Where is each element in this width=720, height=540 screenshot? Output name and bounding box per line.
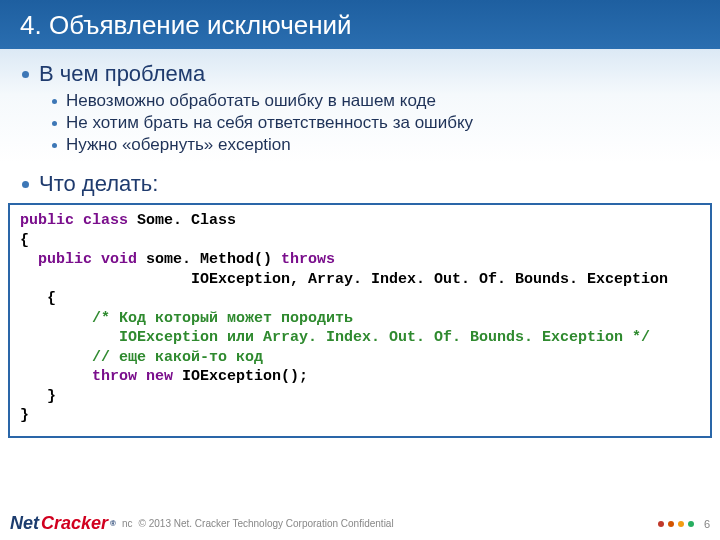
heading-solution-text: Что делать: [39,171,158,197]
footer: NetCracker® nc © 2013 Net. Cracker Techn… [10,513,710,534]
code-comment: породить [272,310,353,327]
code-text: IOException(); [173,368,308,385]
code-text: Some. Class [128,212,236,229]
point-3: Нужно «обернуть» exception [52,135,698,155]
heading-solution: Что делать: [22,171,698,197]
logo-net: Net [10,513,39,534]
dot-icon [658,521,664,527]
logo-reg: ® [110,519,116,528]
code-block: public class Some. Class { public void s… [8,203,712,438]
code-kw: throw new [20,368,173,385]
section-solution: Что делать: [0,163,720,203]
code-comment: // еще какой-то код [20,349,263,366]
code-text: } [20,407,29,424]
copyright-prefix: nc [122,518,133,529]
code-comment: /* Код который [20,310,227,327]
bullet-icon [22,71,29,78]
section-problem: В чем проблема Невозможно обработать оши… [0,49,720,163]
slide: 4. Объявление исключений В чем проблема … [0,0,720,540]
code-comment: может [227,310,272,327]
code-text: { [20,290,56,307]
copyright: © 2013 Net. Cracker Technology Corporati… [139,518,394,529]
bullet-icon [52,143,57,148]
point-1: Невозможно обработать ошибку в нашем код… [52,91,698,111]
slide-title: 4. Объявление исключений [0,0,720,49]
bullet-icon [52,121,57,126]
point-2: Не хотим брать на себя ответственность з… [52,113,698,133]
code-throws: throws [281,251,335,268]
point-3-text: Нужно «обернуть» exception [66,135,291,155]
code-kw: public void [20,251,137,268]
code-text: some. Method() [137,251,281,268]
point-2-text: Не хотим брать на себя ответственность з… [66,113,473,133]
point-1-text: Невозможно обработать ошибку в нашем код… [66,91,436,111]
code-comment: IOException или Array. Index. Out. Of. B… [20,329,650,346]
heading-problem-text: В чем проблема [39,61,205,87]
bullet-icon [52,99,57,104]
dot-icon [678,521,684,527]
logo-cracker: Cracker [41,513,108,534]
bullet-icon [22,181,29,188]
logo: NetCracker® [10,513,116,534]
dot-icon [688,521,694,527]
heading-problem: В чем проблема [22,61,698,87]
code-kw: public class [20,212,128,229]
dot-icon [668,521,674,527]
code-text: } [20,388,56,405]
code-text: IOException, Array. Index. Out. Of. Boun… [20,271,668,288]
page-number: 6 [704,518,710,530]
decorative-dots [658,521,694,527]
code-text: { [20,232,29,249]
